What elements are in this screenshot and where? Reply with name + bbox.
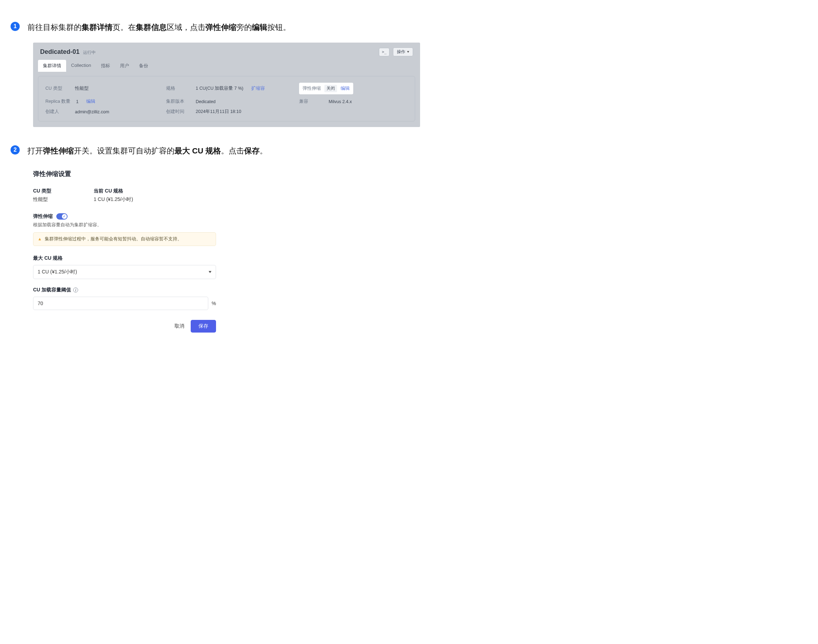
operations-label: 操作 [397, 49, 405, 55]
max-cu-select[interactable]: 1 CU (¥1.25/小时) [33, 265, 216, 279]
info-replica: Replica 数量 1 编辑 [45, 98, 166, 104]
scale-link[interactable]: 扩缩容 [251, 86, 265, 92]
info-version: 集群版本 Dedicated [166, 98, 299, 104]
autoscale-status-pill: 关闭 [325, 85, 337, 92]
settings-cu-type: CU 类型 性能型 [33, 188, 51, 203]
tab-users[interactable]: 用户 [115, 60, 134, 72]
chevron-down-icon [407, 51, 409, 53]
autoscale-toggle-label: 弹性伸缩 [33, 213, 53, 219]
cluster-info-card: CU 类型 性能型 规格 1 CU(CU 加载容量 7 %) 扩缩容 弹性伸缩 … [38, 76, 415, 121]
max-cu-value: 1 CU (¥1.25/小时) [38, 269, 77, 275]
chevron-down-icon [208, 271, 211, 273]
cli-button[interactable]: >_ [379, 48, 389, 56]
tab-details[interactable]: 集群详情 [38, 60, 66, 72]
autoscale-warning: ▲ 集群弹性伸缩过程中，服务可能会有短暂抖动。自动缩容暂不支持。 [33, 232, 216, 246]
step-1-badge: 1 [11, 22, 20, 31]
cancel-button[interactable]: 取消 [175, 323, 184, 330]
max-cu-field: 最大 CU 规格 1 CU (¥1.25/小时) [33, 255, 216, 279]
cluster-tabs: 集群详情 Collection 指标 用户 备份 [33, 56, 420, 72]
autoscale-settings-panel: 弹性伸缩设置 CU 类型 性能型 当前 CU 规格 1 CU (¥1.25/小时… [33, 166, 216, 333]
cluster-title: Dedicated-01 [40, 48, 80, 55]
replica-edit-link[interactable]: 编辑 [86, 98, 95, 104]
info-icon[interactable]: i [73, 288, 78, 293]
info-cu-type: CU 类型 性能型 [45, 83, 166, 94]
settings-title: 弹性伸缩设置 [33, 170, 216, 178]
info-spec: 规格 1 CU(CU 加载容量 7 %) 扩缩容 [166, 83, 299, 94]
info-compat: 兼容 Milvus 2.4.x [299, 98, 408, 104]
tab-metrics[interactable]: 指标 [96, 60, 115, 72]
info-created: 创建时间 2024年11月11日 18:10 [166, 109, 299, 115]
autoscale-toggle[interactable] [56, 213, 67, 219]
threshold-field: CU 加载容量阈值 i % [33, 287, 216, 310]
cluster-panel: Dedicated-01 运行中 >_ 操作 集群详情 Collection 指… [33, 43, 420, 127]
warning-icon: ▲ [38, 236, 42, 242]
save-button[interactable]: 保存 [191, 320, 216, 333]
step-1: 1 前往目标集群的集群详情页。在集群信息区域，点击弹性伸缩旁的编辑按钮。 [11, 21, 807, 34]
operations-button[interactable]: 操作 [393, 48, 413, 56]
settings-current-size: 当前 CU 规格 1 CU (¥1.25/小时) [93, 188, 133, 203]
autoscale-edit-link[interactable]: 编辑 [340, 86, 350, 92]
tab-backup[interactable]: 备份 [134, 60, 153, 72]
cluster-header: Dedicated-01 运行中 >_ 操作 [33, 43, 420, 56]
tab-collection[interactable]: Collection [66, 60, 96, 72]
threshold-unit: % [212, 301, 216, 306]
cluster-status: 运行中 [83, 50, 96, 55]
step-2-badge: 2 [11, 145, 20, 155]
autoscale-toggle-desc: 根据加载容量自动为集群扩缩容。 [33, 222, 216, 228]
step-1-text: 前往目标集群的集群详情页。在集群信息区域，点击弹性伸缩旁的编辑按钮。 [28, 21, 291, 34]
threshold-input[interactable] [33, 297, 208, 310]
info-autoscale: 弹性伸缩 关闭 编辑 [299, 83, 408, 94]
step-2-text: 打开弹性伸缩开关。设置集群可自动扩容的最大 CU 规格。点击保存。 [28, 145, 267, 157]
step-2: 2 打开弹性伸缩开关。设置集群可自动扩容的最大 CU 规格。点击保存。 [11, 145, 807, 157]
info-creator: 创建人 admin@zilliz.com [45, 109, 166, 115]
